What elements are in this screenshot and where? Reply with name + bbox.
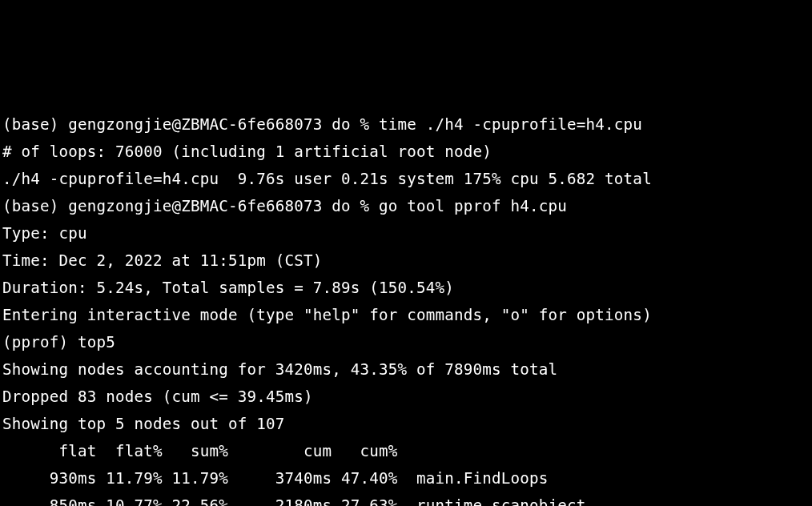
terminal-line: Time: Dec 2, 2022 at 11:51pm (CST): [2, 251, 323, 270]
terminal-line: Showing nodes accounting for 3420ms, 43.…: [2, 360, 557, 379]
pprof-table-row: 850ms 10.77% 22.56% 2180ms 27.63% runtim…: [2, 496, 586, 506]
terminal-line: Duration: 5.24s, Total samples = 7.89s (…: [2, 279, 454, 297]
terminal-line: # of loops: 76000 (including 1 artificia…: [2, 143, 492, 161]
pprof-table-header: flat flat% sum% cum cum%: [2, 442, 398, 460]
terminal-line: ./h4 -cpuprofile=h4.cpu 9.76s user 0.21s…: [2, 170, 652, 188]
terminal-line: (pprof) top5: [2, 333, 115, 351]
terminal-output: (base) gengzongjie@ZBMAC-6fe668073 do % …: [2, 111, 810, 506]
terminal-line: Entering interactive mode (type "help" f…: [2, 306, 652, 324]
terminal-line: (base) gengzongjie@ZBMAC-6fe668073 do % …: [2, 197, 567, 215]
terminal-line: Dropped 83 nodes (cum <= 39.45ms): [2, 388, 313, 406]
pprof-table-row: 930ms 11.79% 11.79% 3740ms 47.40% main.F…: [2, 469, 549, 488]
terminal-line: (base) gengzongjie@ZBMAC-6fe668073 do % …: [2, 115, 642, 134]
terminal-line: Showing top 5 nodes out of 107: [2, 415, 285, 433]
terminal-line: Type: cpu: [2, 224, 87, 243]
